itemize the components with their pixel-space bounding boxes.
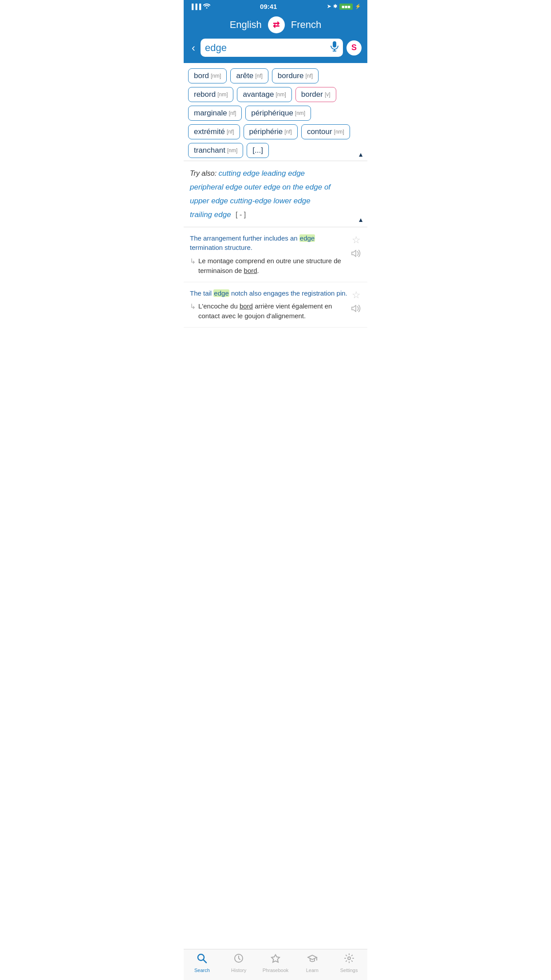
- chip-word: bordure: [278, 71, 304, 80]
- try-also-leading-edge[interactable]: leading edge: [262, 169, 305, 178]
- try-also-line-1: Try also: cutting edge leading edge: [190, 167, 361, 180]
- chip-word: contour: [307, 127, 332, 136]
- highlight-bord-1: bord: [244, 267, 257, 274]
- try-also-on-the-edge-of[interactable]: on the edge of: [282, 183, 331, 191]
- sentence-actions-2: ☆: [351, 288, 361, 315]
- header-actions: S: [346, 40, 367, 55]
- try-also-label: Try also:: [190, 170, 216, 177]
- grid-button[interactable]: [366, 41, 367, 55]
- wifi-icon: [203, 3, 210, 10]
- status-right: ➤ ✱ ■■■ ⚡: [327, 4, 361, 10]
- try-also-lower-edge[interactable]: lower edge: [274, 197, 311, 205]
- swap-icon: ⇄: [273, 20, 279, 30]
- sentence-fr-wrap-2: ↳ L'encoche du bord arrière vient égalem…: [190, 301, 348, 321]
- chip-word: [...]: [252, 146, 263, 155]
- highlight-edge-1: edge: [299, 234, 315, 242]
- sentence-en-2: The tail edge notch also engages the reg…: [190, 288, 348, 298]
- chip-priphrique[interactable]: périphérique[nm]: [245, 106, 311, 121]
- highlight-bord-2: bord: [240, 302, 253, 310]
- svg-rect-0: [333, 41, 336, 47]
- chip-word: avantage: [243, 90, 274, 99]
- sentence-content-2: The tail edge notch also engages the reg…: [190, 288, 348, 321]
- reply-icon-2: ↳: [190, 302, 196, 311]
- sentence-content-1: The arrangement further includes an edge…: [190, 233, 348, 276]
- main-content: bord[nm]arête[nf]bordure[nf]rebord[nm]av…: [184, 63, 367, 363]
- sentence-block-2: The tail edge notch also engages the reg…: [184, 282, 367, 328]
- chip-word: périphérie: [249, 127, 283, 136]
- chip-word: rebord: [194, 90, 216, 99]
- chip-word: périphérique: [251, 109, 293, 118]
- signal-icon: ▐▐▐: [190, 4, 201, 10]
- chip-border[interactable]: border[v]: [295, 87, 336, 102]
- sentence-en-1: The arrangement further includes an edge…: [190, 233, 348, 253]
- sound-button-1[interactable]: [351, 249, 361, 260]
- sentence-block-1: The arrangement further includes an edge…: [184, 227, 367, 282]
- chip-contour[interactable]: contour[nm]: [301, 124, 350, 139]
- chip-extrmit[interactable]: extrémité[nf]: [188, 124, 240, 139]
- chip-arte[interactable]: arête[nf]: [230, 68, 268, 83]
- try-also-section: Try also: cutting edge leading edge peri…: [184, 161, 367, 227]
- chip-tranchant[interactable]: tranchant[nm]: [188, 143, 243, 158]
- chip-word: arête: [236, 71, 253, 80]
- chip-word: bord: [194, 71, 209, 80]
- status-time: 09:41: [260, 3, 277, 10]
- sentence-actions-1: ☆: [351, 233, 361, 260]
- header: English ⇄ French ‹ S: [184, 12, 367, 63]
- svg-marker-9: [352, 305, 356, 312]
- status-left: ▐▐▐: [190, 3, 210, 10]
- try-also-line-3: upper edge cutting-edge lower edge: [190, 195, 361, 208]
- chip-priphrie[interactable]: périphérie[nf]: [244, 124, 298, 139]
- sentences-section: The arrangement further includes an edge…: [184, 227, 367, 328]
- try-also-trailing-edge[interactable]: trailing edge: [190, 210, 231, 219]
- language-selector: English ⇄ French: [190, 16, 361, 33]
- chip-pos: [nf]: [284, 129, 292, 135]
- chip-[interactable]: [...]: [247, 143, 269, 158]
- try-also-line-4: trailing edge [ - ]: [190, 209, 361, 221]
- chip-pos: [nm]: [276, 91, 286, 98]
- sentence-fr-1: Le montage comprend en outre une structu…: [198, 256, 348, 276]
- charge-icon: ⚡: [355, 4, 361, 9]
- try-also-collapse-button[interactable]: ▲: [358, 216, 364, 223]
- s-icon: S: [351, 43, 357, 52]
- chip-bordure[interactable]: bordure[nf]: [272, 68, 319, 83]
- try-also-upper-edge[interactable]: upper edge: [190, 197, 228, 205]
- status-bar: ▐▐▐ 09:41 ➤ ✱ ■■■ ⚡: [184, 0, 367, 12]
- try-also-expand[interactable]: [ - ]: [236, 211, 246, 218]
- chips-section: bord[nm]arête[nf]bordure[nf]rebord[nm]av…: [184, 63, 367, 161]
- try-also-peripheral-edge[interactable]: peripheral edge: [190, 183, 242, 191]
- chip-pos: [nm]: [227, 147, 237, 154]
- source-language[interactable]: English: [230, 19, 262, 31]
- sentence-fr-2: L'encoche du bord arrière vient égalemen…: [198, 301, 348, 321]
- try-also-line-2: peripheral edge outer edge on the edge o…: [190, 181, 361, 194]
- microphone-icon[interactable]: [331, 41, 338, 54]
- chip-word: border: [301, 90, 323, 99]
- chip-marginale[interactable]: marginale[nf]: [188, 106, 242, 121]
- highlight-edge-2: edge: [213, 289, 229, 297]
- reply-icon-1: ↳: [190, 257, 196, 265]
- chip-bord[interactable]: bord[nm]: [188, 68, 227, 83]
- s-button[interactable]: S: [346, 40, 362, 55]
- search-input-wrap: [201, 39, 343, 57]
- sound-button-2[interactable]: [351, 304, 361, 315]
- search-input[interactable]: [205, 42, 327, 54]
- try-also-cutting-edge[interactable]: cutting edge: [219, 169, 260, 178]
- try-also-cutting-edge-hyphen[interactable]: cutting-edge: [230, 197, 272, 205]
- svg-marker-8: [352, 250, 356, 257]
- chip-pos: [nm]: [211, 73, 221, 79]
- battery-icon: ■■■: [339, 4, 353, 10]
- target-language[interactable]: French: [291, 19, 321, 31]
- chip-word: marginale: [194, 109, 227, 118]
- back-button[interactable]: ‹: [190, 42, 197, 54]
- favorite-star-1[interactable]: ☆: [352, 233, 361, 246]
- bluetooth-icon: ✱: [333, 4, 337, 9]
- chip-pos: [nf]: [229, 110, 236, 116]
- try-also-outer-edge[interactable]: outer edge: [244, 183, 280, 191]
- chip-avantage[interactable]: avantage[nm]: [237, 87, 291, 102]
- chip-pos: [nm]: [334, 129, 344, 135]
- chip-word: extrémité: [194, 127, 225, 136]
- chips-collapse-button[interactable]: ▲: [358, 151, 364, 158]
- favorite-star-2[interactable]: ☆: [352, 288, 361, 301]
- chip-word: tranchant: [194, 146, 225, 155]
- swap-languages-button[interactable]: ⇄: [268, 16, 285, 33]
- chip-rebord[interactable]: rebord[nm]: [188, 87, 233, 102]
